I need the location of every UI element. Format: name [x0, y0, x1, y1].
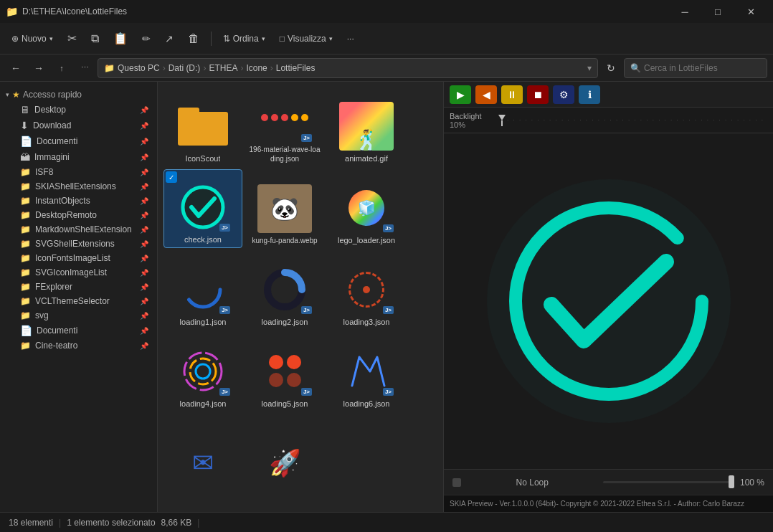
loading1-thumbnail: J> [174, 264, 232, 315]
pin-icon-8: 📌 [140, 212, 148, 219]
play-button[interactable]: ▶ [450, 85, 471, 104]
file-item[interactable]: IconScout [163, 87, 242, 166]
sidebar-item-desktopremoto[interactable]: 📁 DesktopRemoto 📌 [3, 208, 154, 222]
forward-button[interactable]: → [29, 58, 49, 78]
breadcrumb[interactable]: 📁 Questo PC › Dati (D:) › ETHEA › Icone … [98, 58, 598, 78]
quick-access-section: ▾ ★ Accesso rapido 🖥 Desktop 📌 ⬇ Downloa… [0, 85, 157, 356]
sidebar-item-isf8[interactable]: 📁 ISF8 📌 [3, 165, 154, 179]
pin-icon-17: 📌 [140, 342, 148, 350]
sidebar-item-svgshell[interactable]: 📁 SVGShellExtensions 📌 [3, 237, 154, 251]
file-item[interactable]: J> loading6.json [327, 333, 406, 412]
sidebar-item-documents[interactable]: 📄 Documenti 📌 [3, 133, 154, 149]
zoom-pct: 100 % [740, 478, 764, 488]
quick-access-header: ▾ ★ Accesso rapido [0, 87, 157, 102]
file-item[interactable]: 🕺 animated.gif [327, 87, 406, 166]
file-item[interactable]: J> loading2.json [245, 251, 324, 330]
cut-button[interactable]: ✂ [62, 27, 82, 50]
settings-button[interactable]: ⚙ [553, 85, 574, 104]
search-input[interactable] [644, 63, 751, 73]
sidebar-item-cine[interactable]: 📁 Cine-teatro 📌 [3, 338, 154, 353]
item-count: 18 elementi [9, 518, 53, 528]
file-item-extra1[interactable]: ✉ [163, 414, 242, 493]
view-button[interactable]: □ Visualizza ▾ [274, 27, 338, 50]
up-button[interactable]: ↑ [52, 58, 72, 78]
pin-icon-3: 📌 [140, 138, 148, 146]
main-content: ▾ ★ Accesso rapido 🖥 Desktop 📌 ⬇ Downloa… [0, 82, 773, 512]
sort-button[interactable]: ⇅ Ordina ▾ [217, 27, 271, 50]
download-icon: ⬇ [20, 120, 29, 131]
refresh-button[interactable]: ↻ [601, 58, 621, 78]
rename-button[interactable]: ✏ [136, 27, 156, 50]
timeline-cursor-icon [498, 115, 506, 126]
new-button[interactable]: ⊕ Nuovo ▾ [6, 27, 59, 50]
file-name: kung-fu-panda.webp [252, 236, 317, 245]
folder-icon [178, 106, 228, 146]
sidebar-item-fexplorer[interactable]: 📁 FExplorer 📌 [3, 280, 154, 294]
file-item[interactable]: J> loading4.json [163, 333, 242, 412]
loading3-thumbnail: J> [338, 264, 395, 315]
folder-dr-icon: 📁 [20, 210, 31, 220]
file-name: loading3.json [343, 317, 390, 327]
sidebar-item-svg[interactable]: 📁 svg 📌 [3, 308, 154, 323]
file-item-extra2[interactable]: 🚀 [245, 414, 324, 493]
info-button[interactable]: ℹ [579, 85, 600, 104]
stop-button[interactable]: ⏹ [527, 85, 549, 104]
sidebar-item-skia[interactable]: 📁 SKIAShellExtensions 📌 [3, 179, 154, 194]
file-item[interactable]: J> 196-material-wave-loading.json [245, 87, 324, 166]
pin-icon: 📌 [140, 106, 148, 114]
pin-icon-12: 📌 [140, 269, 148, 277]
paste-button[interactable]: 📋 [108, 27, 133, 50]
breadcrumb-thispc[interactable]: Questo PC [118, 63, 160, 73]
copy-button[interactable]: ⧉ [85, 27, 105, 50]
breadcrumb-drive[interactable]: Dati (D:) [169, 63, 201, 73]
sidebar-item-instantobj[interactable]: 📁 InstantObjects 📌 [3, 194, 154, 208]
sidebar-item-desktop[interactable]: 🖥 Desktop 📌 [3, 102, 154, 118]
breadcrumb-ethea[interactable]: ETHEA [209, 63, 237, 73]
share-button[interactable]: ↗ [159, 27, 179, 50]
parent-button[interactable]: ⋯ [75, 58, 95, 78]
file-item[interactable]: J> loading5.json [245, 333, 324, 412]
pin-icon-15: 📌 [140, 312, 148, 320]
sidebar-item-documents2[interactable]: 📄 Documenti 📌 [3, 323, 154, 338]
stop-icon: ⏹ [533, 89, 543, 100]
file-item-selected[interactable]: ✓ J> check.json [163, 169, 242, 248]
settings-icon: ⚙ [559, 89, 569, 100]
file-item[interactable]: J> loading3.json [327, 251, 406, 330]
loading4-thumbnail: J> [174, 346, 232, 397]
back-button[interactable]: ← [6, 58, 26, 78]
svg-point-5 [190, 358, 216, 384]
timeline-track-area[interactable]: · · · · · · · · · · · · · · · · · · · · … [498, 115, 767, 126]
title-bar: 📁 D:\ETHEA\Icone\LottieFiles ─ □ ✕ [0, 0, 773, 23]
sidebar-item-images[interactable]: 🏔 Immagini 📌 [3, 149, 154, 165]
file-name: loading1.json [180, 317, 227, 327]
file-item[interactable]: 🧊 J> lego_loader.json [327, 169, 406, 248]
sidebar-item-vcl[interactable]: 📁 VCLThemeSelector 📌 [3, 294, 154, 308]
status-bar: 18 elementi | 1 elemento selezionato 8,6… [0, 512, 773, 532]
maximize-button[interactable]: □ [701, 0, 734, 23]
svg-marker-7 [498, 115, 506, 120]
breadcrumb-lottiefiles[interactable]: LottieFiles [276, 63, 316, 73]
delete-button[interactable]: 🗑 [182, 27, 205, 50]
new-icon: ⊕ [11, 34, 19, 44]
breadcrumb-expand-icon[interactable]: ▾ [587, 63, 592, 73]
sidebar-item-download[interactable]: ⬇ Download 📌 [3, 118, 154, 133]
documents2-icon: 📄 [20, 325, 32, 336]
progress-handle[interactable] [729, 475, 734, 488]
toolbar: ⊕ Nuovo ▾ ✂ ⧉ 📋 ✏ ↗ 🗑 ⇅ Ordina ▾ □ Visua… [0, 23, 773, 54]
sidebar-item-iconfont[interactable]: 📁 IconFontsImageList 📌 [3, 251, 154, 265]
close-button[interactable]: ✕ [734, 0, 767, 23]
file-item[interactable]: J> loading1.json [163, 251, 242, 330]
pin-icon-7: 📌 [140, 197, 148, 205]
more-button[interactable]: ··· [341, 27, 360, 50]
folder-svg2-icon: 📁 [20, 310, 31, 320]
sidebar-item-svgicon[interactable]: 📁 SVGIconImageList 📌 [3, 265, 154, 280]
sidebar-item-markdown[interactable]: 📁 MarkdownShellExtension 📌 [3, 222, 154, 237]
svg-point-2 [186, 272, 220, 307]
pause-button[interactable]: ⏸ [501, 85, 523, 104]
minimize-button[interactable]: ─ [668, 0, 701, 23]
folder-svg-icon: 📁 [20, 239, 31, 249]
breadcrumb-icone[interactable]: Icone [246, 63, 267, 73]
address-bar: ← → ↑ ⋯ 📁 Questo PC › Dati (D:) › ETHEA … [0, 54, 773, 82]
prev-frame-button[interactable]: ◀ [475, 85, 497, 104]
file-item[interactable]: 🐼 kung-fu-panda.webp [245, 169, 324, 248]
